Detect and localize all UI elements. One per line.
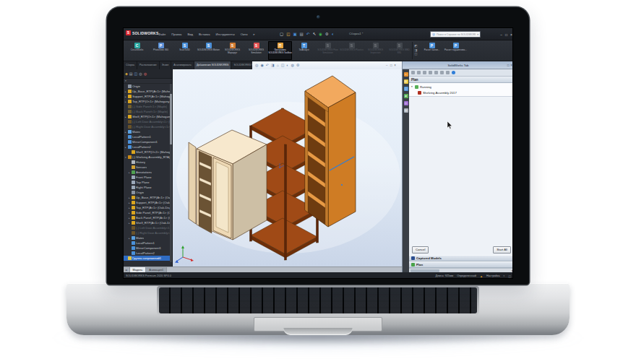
ribbon-button[interactable]: РРасчет подшипника...	[444, 41, 468, 60]
model-tab-Анимация1[interactable]: Анимация1	[146, 267, 167, 272]
pane-tool-icon-1[interactable]	[411, 71, 415, 74]
status-dot[interactable]	[452, 71, 455, 74]
menu-item[interactable]: Вид	[186, 32, 194, 37]
search-box[interactable]: ◎ Поиск в Справке по SOLIDWORKS ▾	[430, 31, 481, 38]
menu-item[interactable]: Файл	[157, 32, 167, 37]
child-close-icon[interactable]: ×	[394, 64, 396, 67]
search-caret-icon[interactable]: ▾	[477, 33, 478, 36]
hide-show-icon[interactable]: ◐	[286, 64, 288, 67]
appearance-icon[interactable]: ◐	[332, 31, 334, 38]
ribbon-button[interactable]: TTolAnalyst	[292, 41, 316, 60]
displaymanager-tab[interactable]: ◍	[144, 72, 147, 76]
tree-item[interactable]: ▸Shelf_RTP(A<1> (Oak-Displ…	[124, 220, 170, 225]
file-explorer-icon[interactable]: ◫	[404, 87, 408, 91]
ribbon-button[interactable]: CCircuitWorks	[125, 41, 149, 60]
child-minimize-icon[interactable]: −	[386, 64, 388, 67]
pane-tool-icon-3[interactable]	[423, 71, 426, 74]
tree-item[interactable]: ▸Mates	[124, 129, 170, 134]
pin-icon[interactable]: ▸	[253, 32, 254, 36]
view-palette-icon[interactable]: ◈	[404, 94, 408, 98]
print-icon[interactable]: ▤	[300, 31, 304, 38]
tree-item[interactable]: ▸Top_RTP(O<1> (Mahogany…	[124, 99, 170, 104]
tree-item[interactable]: Origin	[124, 84, 170, 89]
options-icon[interactable]: ⚙	[325, 31, 329, 38]
tree-item[interactable]: MirrorComponent1	[124, 246, 170, 251]
ribbon-button[interactable]: SSOLIDWORKS Motion	[197, 41, 220, 60]
custom-properties-icon[interactable]: ◍	[404, 108, 408, 113]
tree-item[interactable]: ▸Support_RTP(A<1> (Oak-D…	[124, 200, 170, 205]
units-icon[interactable]: ◫	[508, 274, 511, 278]
tree-item[interactable]: LocalPattern2	[124, 251, 170, 256]
tree-item[interactable]: LocalPattern1	[124, 134, 170, 139]
ribbon-button[interactable]: ППрограмма SOLIDWORKS Toolbox	[268, 41, 292, 60]
bookcase-model[interactable]	[305, 76, 356, 227]
tree-item[interactable]: Origin	[124, 190, 170, 195]
zoom-fit-icon[interactable]: ◎	[255, 64, 258, 67]
section-view-icon[interactable]: ◨	[271, 64, 275, 67]
menu-item[interactable]: Инструменты	[215, 32, 236, 37]
tree-item[interactable]: MirrorComponent1	[124, 139, 170, 144]
menu-item[interactable]: Вставка	[197, 32, 212, 37]
feature-tree-scrollbar[interactable]	[170, 84, 172, 262]
tree-item[interactable]: ▸Support_RTP(A<1> (Mahog…	[124, 94, 170, 99]
tree-item[interactable]: ▸Up_Base_RTP(A<1> (Mahoga…	[124, 89, 170, 94]
save-icon[interactable]: ▣	[293, 31, 296, 38]
tree-item[interactable]: ▸LocalPattern2	[124, 144, 170, 150]
open-icon[interactable]: ◰	[286, 31, 290, 38]
pane-tool-icon-7[interactable]	[446, 71, 450, 74]
tree-item[interactable]: ▸Mates	[124, 235, 170, 240]
ribbon-toggle-icon[interactable]: ◫	[414, 53, 417, 56]
ribbon-button[interactable]: SSOLIDWORKS Simulation	[244, 41, 268, 60]
scrollbar-thumb[interactable]	[170, 94, 172, 144]
restore-icon[interactable]: □	[505, 32, 507, 37]
queue-item-row[interactable]: Shelving Assembly 2017	[409, 90, 513, 95]
settings-caret-icon[interactable]: ▾	[504, 274, 505, 277]
pane-tool-icon-2[interactable]	[417, 71, 421, 74]
viewport-canvas[interactable]	[173, 69, 402, 266]
propertymanager-tab[interactable]: ▤	[129, 72, 133, 76]
tree-item[interactable]: ▸Up_Base_RTP(A<1> (Oak-Di…	[124, 195, 170, 200]
menu-item[interactable]: Окно	[239, 32, 249, 37]
cancel-button[interactable]: Cancel	[412, 246, 429, 254]
tree-item[interactable]: History	[124, 160, 170, 165]
featuremanager-tab[interactable]: ◈	[125, 72, 128, 76]
tree-item[interactable]: (-) Left Door Assembly<1> (D…	[124, 225, 170, 230]
tree-item[interactable]: ▾(-) Shelving Assembly_RTA(A<…	[124, 155, 170, 160]
tree-item[interactable]: (-) Side Panel<1> (Maple)	[124, 104, 170, 109]
view-orientation-icon[interactable]: ⌂	[277, 64, 279, 67]
tree-item[interactable]: (-) Left Door Assembly<1> (D…	[124, 119, 170, 124]
pane-tool-icon-4[interactable]	[429, 71, 432, 74]
section-captured-models[interactable]: Captured Models	[409, 255, 513, 261]
tree-item[interactable]: ▸Annotations	[124, 170, 170, 175]
tree-item[interactable]: Top Plane	[124, 180, 170, 185]
design-library-icon[interactable]: ▤	[404, 79, 408, 84]
pane-expand-icon[interactable]: □	[507, 64, 510, 67]
tree-item[interactable]: ▸Shelf_RTP(O<1> (Mahogany…	[124, 114, 170, 119]
tab-Расположение[interactable]: Расположение	[137, 61, 160, 69]
tree-item[interactable]: ▸Back Panel_RTP(A<1> (Oak…	[124, 215, 170, 220]
tab-Эскиз[interactable]: Эскиз	[160, 61, 171, 69]
configurationmanager-tab[interactable]: ◫	[134, 72, 138, 76]
ribbon-button[interactable]: SSOLIDWORKS Маршрут	[220, 41, 244, 60]
display-style-icon[interactable]: ◫	[281, 64, 285, 67]
model-tab-Модель[interactable]: Модель	[130, 267, 147, 272]
task-pane-title-bar[interactable]: SolidWorks Tab □×	[403, 61, 513, 69]
tree-item[interactable]: Sensors	[124, 165, 170, 170]
tree-item[interactable]: Группа сопряжений1	[124, 256, 170, 261]
tab-Анализировать[interactable]: Анализировать	[171, 61, 194, 69]
close-icon[interactable]: ×	[510, 32, 512, 37]
tree-item[interactable]: ▸Side Panel_RTP(A<1> (Oak…	[124, 210, 170, 215]
tree-item[interactable]: LocalPattern1	[124, 240, 170, 246]
pane-close-icon[interactable]: ×	[510, 64, 512, 67]
appearance-icon[interactable]: ◍	[291, 64, 293, 67]
tree-item[interactable]: Front Plane	[124, 175, 170, 180]
tab-Добавления SOLIDWORKS[interactable]: Добавления SOLIDWORKS	[194, 61, 231, 69]
pane-tool-icon-6[interactable]	[440, 71, 444, 74]
tab-nav-arrows[interactable]: ◂▸	[124, 267, 130, 272]
ribbon-button[interactable]: PPhotoView 360	[149, 41, 173, 60]
filter-caret-icon[interactable]: ▾	[125, 79, 126, 82]
tree-item[interactable]: (-) Right Door Assembly<1> (…	[124, 124, 170, 129]
menu-item[interactable]: Правка	[170, 32, 183, 37]
zoom-area-icon[interactable]: ◉	[260, 64, 263, 67]
tree-item[interactable]: Right Plane	[124, 185, 170, 190]
